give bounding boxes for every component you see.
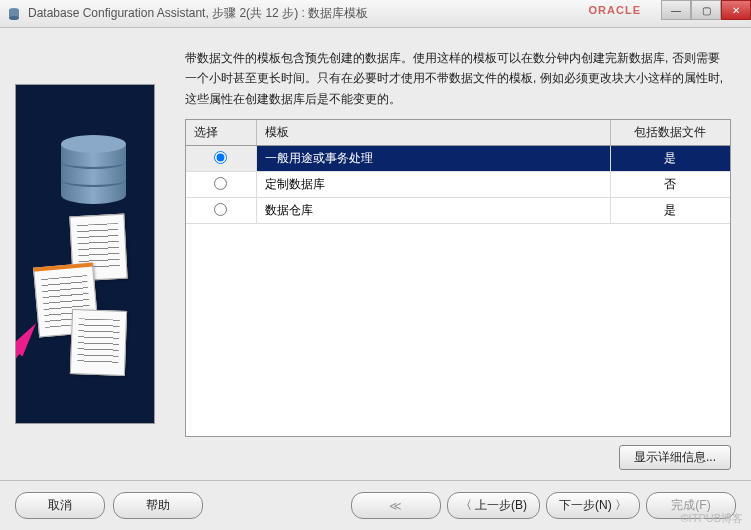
maximize-button[interactable]: ▢	[691, 0, 721, 20]
titlebar: Database Configuration Assistant, 步骤 2(共…	[0, 0, 751, 28]
chevron-left-icon: 〈	[460, 498, 472, 512]
template-name: 一般用途或事务处理	[256, 146, 610, 172]
help-button[interactable]: 帮助	[113, 492, 203, 519]
template-radio[interactable]	[214, 151, 227, 164]
template-include: 是	[610, 198, 730, 224]
table-row[interactable]: 数据仓库 是	[186, 198, 730, 224]
minimize-button[interactable]: —	[661, 0, 691, 20]
sidebar	[0, 28, 170, 480]
main-panel: 带数据文件的模板包含预先创建的数据库。使用这样的模板可以在数分钟内创建完新数据库…	[170, 28, 751, 480]
next-button[interactable]: 下一步(N) 〉	[546, 492, 640, 519]
document-icon	[70, 309, 127, 376]
chevron-right-icon: 〉	[615, 498, 627, 512]
show-details-button[interactable]: 显示详细信息...	[619, 445, 731, 470]
first-icon: ≪	[389, 499, 402, 513]
svg-point-2	[9, 16, 19, 20]
window-controls: — ▢ ✕	[661, 0, 751, 20]
template-include: 否	[610, 172, 730, 198]
template-table: 选择 模板 包括数据文件 一般用途或事务处理 是 定制数据库 否	[185, 119, 731, 437]
template-radio[interactable]	[214, 203, 227, 216]
cancel-button[interactable]: 取消	[15, 492, 105, 519]
template-radio[interactable]	[214, 177, 227, 190]
col-header-select: 选择	[186, 120, 256, 146]
back-button[interactable]: 〈 上一步(B)	[447, 492, 540, 519]
template-include: 是	[610, 146, 730, 172]
description-text: 带数据文件的模板包含预先创建的数据库。使用这样的模板可以在数分钟内创建完新数据库…	[185, 48, 731, 109]
col-header-include: 包括数据文件	[610, 120, 730, 146]
finish-button[interactable]: 完成(F)	[646, 492, 736, 519]
close-button[interactable]: ✕	[721, 0, 751, 20]
table-row[interactable]: 定制数据库 否	[186, 172, 730, 198]
footer: 取消 帮助 ≪ 〈 上一步(B) 下一步(N) 〉 完成(F)	[0, 480, 751, 530]
template-name: 数据仓库	[256, 198, 610, 224]
brand-mark: ORACLE	[589, 4, 641, 16]
first-button[interactable]: ≪	[351, 492, 441, 519]
database-icon	[61, 135, 126, 210]
window-title: Database Configuration Assistant, 步骤 2(共…	[28, 5, 368, 22]
col-header-template: 模板	[256, 120, 610, 146]
table-row[interactable]: 一般用途或事务处理 是	[186, 146, 730, 172]
wizard-illustration	[15, 84, 155, 424]
template-name: 定制数据库	[256, 172, 610, 198]
app-icon	[6, 6, 22, 22]
